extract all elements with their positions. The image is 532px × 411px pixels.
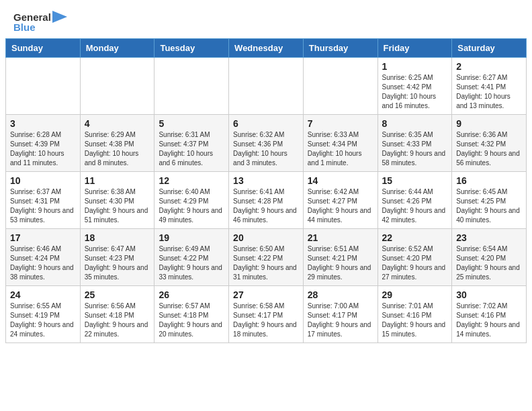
day-info: Sunrise: 6:55 AM Sunset: 4:19 PM Dayligh… bbox=[10, 302, 76, 339]
day-number: 27 bbox=[233, 289, 299, 300]
calendar-table: SundayMondayTuesdayWednesdayThursdayFrid… bbox=[5, 38, 527, 343]
day-number: 17 bbox=[10, 232, 76, 243]
calendar-cell bbox=[154, 58, 229, 115]
day-number: 21 bbox=[308, 232, 373, 243]
calendar-cell: 4Sunrise: 6:29 AM Sunset: 4:38 PM Daylig… bbox=[80, 115, 154, 172]
day-info: Sunrise: 6:29 AM Sunset: 4:38 PM Dayligh… bbox=[85, 130, 150, 168]
day-info: Sunrise: 6:40 AM Sunset: 4:29 PM Dayligh… bbox=[159, 187, 224, 225]
calendar-cell: 1Sunrise: 6:25 AM Sunset: 4:42 PM Daylig… bbox=[378, 58, 452, 115]
day-info: Sunrise: 6:27 AM Sunset: 4:41 PM Dayligh… bbox=[456, 73, 522, 111]
day-number: 10 bbox=[10, 175, 76, 186]
calendar-cell: 27Sunrise: 6:58 AM Sunset: 4:17 PM Dayli… bbox=[229, 286, 304, 343]
day-info: Sunrise: 6:47 AM Sunset: 4:23 PM Dayligh… bbox=[85, 244, 150, 282]
calendar-cell bbox=[80, 58, 154, 115]
column-header-monday: Monday bbox=[80, 39, 154, 58]
day-number: 2 bbox=[456, 61, 522, 72]
day-number: 1 bbox=[382, 61, 448, 72]
day-info: Sunrise: 6:57 AM Sunset: 4:18 PM Dayligh… bbox=[159, 302, 224, 339]
day-number: 25 bbox=[85, 289, 150, 300]
day-info: Sunrise: 6:28 AM Sunset: 4:39 PM Dayligh… bbox=[10, 130, 76, 168]
calendar-cell: 25Sunrise: 6:56 AM Sunset: 4:18 PM Dayli… bbox=[80, 286, 154, 343]
calendar-cell: 7Sunrise: 6:33 AM Sunset: 4:34 PM Daylig… bbox=[303, 115, 378, 172]
day-number: 6 bbox=[233, 118, 299, 129]
logo: General Blue bbox=[13, 11, 67, 33]
calendar-week-row: 24Sunrise: 6:55 AM Sunset: 4:19 PM Dayli… bbox=[6, 286, 527, 343]
calendar-week-row: 10Sunrise: 6:37 AM Sunset: 4:31 PM Dayli… bbox=[6, 172, 527, 229]
day-number: 7 bbox=[308, 118, 373, 129]
day-info: Sunrise: 6:32 AM Sunset: 4:36 PM Dayligh… bbox=[233, 130, 299, 168]
calendar-cell: 8Sunrise: 6:35 AM Sunset: 4:33 PM Daylig… bbox=[378, 115, 452, 172]
calendar-cell: 6Sunrise: 6:32 AM Sunset: 4:36 PM Daylig… bbox=[229, 115, 304, 172]
day-info: Sunrise: 6:41 AM Sunset: 4:28 PM Dayligh… bbox=[233, 187, 299, 225]
day-number: 24 bbox=[10, 289, 76, 300]
calendar-cell: 11Sunrise: 6:38 AM Sunset: 4:30 PM Dayli… bbox=[80, 172, 154, 229]
calendar-week-row: 1Sunrise: 6:25 AM Sunset: 4:42 PM Daylig… bbox=[6, 58, 527, 115]
column-header-friday: Friday bbox=[378, 39, 452, 58]
day-number: 9 bbox=[456, 118, 522, 129]
day-info: Sunrise: 7:00 AM Sunset: 4:17 PM Dayligh… bbox=[308, 302, 373, 339]
column-header-saturday: Saturday bbox=[452, 39, 527, 58]
day-number: 14 bbox=[308, 175, 373, 186]
calendar-cell: 10Sunrise: 6:37 AM Sunset: 4:31 PM Dayli… bbox=[6, 172, 81, 229]
day-info: Sunrise: 6:56 AM Sunset: 4:18 PM Dayligh… bbox=[85, 302, 150, 339]
calendar-cell: 23Sunrise: 6:54 AM Sunset: 4:20 PM Dayli… bbox=[452, 229, 527, 286]
svg-marker-0 bbox=[52, 11, 67, 23]
day-number: 8 bbox=[382, 118, 448, 129]
calendar-cell: 13Sunrise: 6:41 AM Sunset: 4:28 PM Dayli… bbox=[229, 172, 304, 229]
day-info: Sunrise: 6:46 AM Sunset: 4:24 PM Dayligh… bbox=[10, 244, 76, 282]
day-number: 20 bbox=[233, 232, 299, 243]
day-info: Sunrise: 6:44 AM Sunset: 4:26 PM Dayligh… bbox=[382, 187, 448, 225]
day-info: Sunrise: 7:01 AM Sunset: 4:16 PM Dayligh… bbox=[382, 302, 448, 339]
day-number: 3 bbox=[10, 118, 76, 129]
day-info: Sunrise: 6:35 AM Sunset: 4:33 PM Dayligh… bbox=[382, 130, 448, 168]
day-info: Sunrise: 6:37 AM Sunset: 4:31 PM Dayligh… bbox=[10, 187, 76, 225]
calendar-cell: 15Sunrise: 6:44 AM Sunset: 4:26 PM Dayli… bbox=[378, 172, 452, 229]
calendar-cell: 29Sunrise: 7:01 AM Sunset: 4:16 PM Dayli… bbox=[378, 286, 452, 343]
day-info: Sunrise: 6:45 AM Sunset: 4:25 PM Dayligh… bbox=[456, 187, 522, 225]
day-info: Sunrise: 7:02 AM Sunset: 4:16 PM Dayligh… bbox=[456, 302, 522, 339]
calendar-cell: 2Sunrise: 6:27 AM Sunset: 4:41 PM Daylig… bbox=[452, 58, 527, 115]
day-number: 5 bbox=[159, 118, 224, 129]
logo-arrow-icon bbox=[52, 11, 67, 23]
day-number: 22 bbox=[382, 232, 448, 243]
calendar-cell: 22Sunrise: 6:52 AM Sunset: 4:20 PM Dayli… bbox=[378, 229, 452, 286]
day-number: 19 bbox=[159, 232, 224, 243]
day-number: 28 bbox=[308, 289, 373, 300]
day-number: 29 bbox=[382, 289, 448, 300]
logo-general: General bbox=[13, 11, 51, 23]
calendar-cell: 20Sunrise: 6:50 AM Sunset: 4:22 PM Dayli… bbox=[229, 229, 304, 286]
day-number: 12 bbox=[159, 175, 224, 186]
column-header-tuesday: Tuesday bbox=[154, 39, 229, 58]
day-info: Sunrise: 6:54 AM Sunset: 4:20 PM Dayligh… bbox=[456, 244, 522, 282]
calendar-cell: 26Sunrise: 6:57 AM Sunset: 4:18 PM Dayli… bbox=[154, 286, 229, 343]
day-info: Sunrise: 6:52 AM Sunset: 4:20 PM Dayligh… bbox=[382, 244, 448, 282]
day-info: Sunrise: 6:36 AM Sunset: 4:32 PM Dayligh… bbox=[456, 130, 522, 168]
calendar-cell bbox=[303, 58, 378, 115]
calendar-cell: 18Sunrise: 6:47 AM Sunset: 4:23 PM Dayli… bbox=[80, 229, 154, 286]
day-number: 18 bbox=[85, 232, 150, 243]
day-info: Sunrise: 6:58 AM Sunset: 4:17 PM Dayligh… bbox=[233, 302, 299, 339]
calendar-cell: 14Sunrise: 6:42 AM Sunset: 4:27 PM Dayli… bbox=[303, 172, 378, 229]
day-info: Sunrise: 6:49 AM Sunset: 4:22 PM Dayligh… bbox=[159, 244, 224, 282]
calendar-wrapper: SundayMondayTuesdayWednesdayThursdayFrid… bbox=[0, 38, 532, 349]
calendar-cell: 30Sunrise: 7:02 AM Sunset: 4:16 PM Dayli… bbox=[452, 286, 527, 343]
day-info: Sunrise: 6:25 AM Sunset: 4:42 PM Dayligh… bbox=[382, 73, 448, 111]
day-info: Sunrise: 6:31 AM Sunset: 4:37 PM Dayligh… bbox=[159, 130, 224, 168]
day-number: 30 bbox=[456, 289, 522, 300]
day-info: Sunrise: 6:51 AM Sunset: 4:21 PM Dayligh… bbox=[308, 244, 373, 282]
calendar-cell bbox=[6, 58, 81, 115]
calendar-cell: 12Sunrise: 6:40 AM Sunset: 4:29 PM Dayli… bbox=[154, 172, 229, 229]
calendar-week-row: 17Sunrise: 6:46 AM Sunset: 4:24 PM Dayli… bbox=[6, 229, 527, 286]
calendar-cell: 9Sunrise: 6:36 AM Sunset: 4:32 PM Daylig… bbox=[452, 115, 527, 172]
day-info: Sunrise: 6:33 AM Sunset: 4:34 PM Dayligh… bbox=[308, 130, 373, 168]
calendar-cell: 21Sunrise: 6:51 AM Sunset: 4:21 PM Dayli… bbox=[303, 229, 378, 286]
calendar-week-row: 3Sunrise: 6:28 AM Sunset: 4:39 PM Daylig… bbox=[6, 115, 527, 172]
calendar-cell bbox=[229, 58, 304, 115]
calendar-cell: 24Sunrise: 6:55 AM Sunset: 4:19 PM Dayli… bbox=[6, 286, 81, 343]
day-info: Sunrise: 6:42 AM Sunset: 4:27 PM Dayligh… bbox=[308, 187, 373, 225]
page-header: General Blue bbox=[0, 0, 532, 38]
day-number: 26 bbox=[159, 289, 224, 300]
day-number: 4 bbox=[85, 118, 150, 129]
column-header-wednesday: Wednesday bbox=[229, 39, 304, 58]
column-header-thursday: Thursday bbox=[303, 39, 378, 58]
